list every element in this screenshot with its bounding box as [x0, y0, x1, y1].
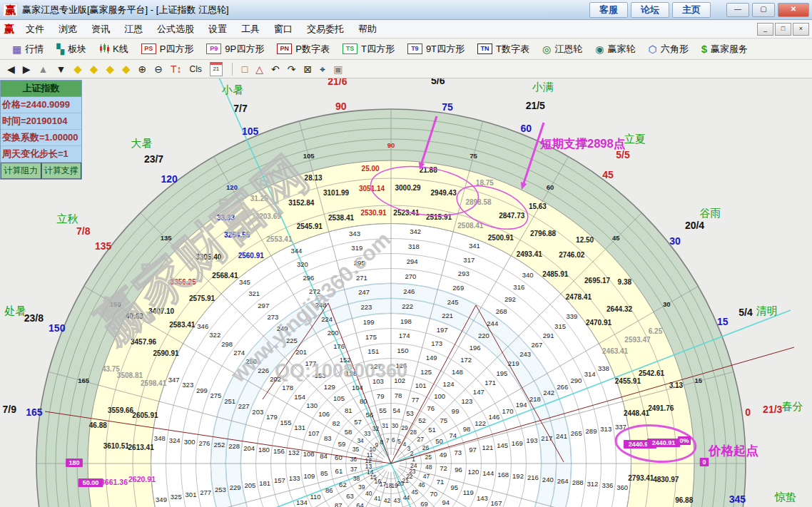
toolbar-hexagon[interactable]: ⬡ 六角形 [641, 43, 694, 56]
restore-button[interactable]: ▢ [752, 3, 775, 17]
menu-window[interactable]: 窗口 [267, 21, 300, 37]
menu-help[interactable]: 帮助 [351, 21, 384, 37]
svg-text:171: 171 [484, 379, 496, 386]
prev-arrow-icon[interactable]: ◀ [7, 62, 15, 76]
minimize-button[interactable]: — [726, 3, 749, 17]
svg-text:223: 223 [360, 303, 372, 311]
toolbar-9p-square[interactable]: P9 9P四方形 [200, 43, 270, 56]
toolbar-winner-wheel[interactable]: ◉ 赢家轮 [589, 43, 641, 56]
diamond-right-icon[interactable]: ◆ [90, 62, 98, 76]
svg-text:惊蛰: 惊蛰 [774, 491, 796, 503]
flag-down-icon[interactable]: ▼ [56, 62, 66, 76]
rotate-ccw-icon[interactable]: ↶ [271, 62, 280, 76]
toolbar-kline[interactable]: K线 [93, 43, 135, 56]
svg-text:7/7: 7/7 [233, 103, 248, 114]
zoom-in-icon[interactable]: ⊕ [138, 62, 146, 76]
triangle-tool-icon[interactable]: △ [255, 62, 263, 76]
toolbar-sectors[interactable]: ▚ 板块 [50, 43, 93, 56]
svg-text:21/5: 21/5 [526, 100, 545, 111]
mdi-minimize-button[interactable]: _ [757, 23, 773, 36]
toolbar-winner-service[interactable]: $ 赢家服务 [695, 43, 754, 56]
menu-settings[interactable]: 设置 [201, 21, 234, 37]
clear-tool-icon[interactable]: ▣ [333, 62, 342, 76]
flag-up-icon[interactable]: ▲ [39, 62, 49, 76]
menu-gann[interactable]: 江恩 [117, 21, 150, 37]
diamond-down-icon[interactable]: ◆ [122, 62, 131, 76]
svg-text:33: 33 [364, 430, 371, 437]
forum-button[interactable]: 论坛 [631, 2, 669, 18]
svg-text:2695.17: 2695.17 [584, 277, 611, 285]
svg-text:3661.36: 3661.36 [101, 478, 128, 486]
mdi-restore-button[interactable]: □ [775, 23, 791, 36]
svg-text:181: 181 [259, 479, 270, 487]
homepage-button[interactable]: 主页 [672, 2, 711, 18]
svg-text:266: 266 [557, 383, 568, 391]
close-button[interactable]: ✕ [778, 3, 809, 17]
toolbar-quotes[interactable]: ▦ 行情 [6, 43, 50, 56]
svg-text:218: 218 [529, 395, 541, 403]
toolbar-item-label: P四方形 [160, 43, 194, 56]
svg-text:315: 315 [554, 322, 566, 330]
svg-text:处暑: 处暑 [4, 304, 26, 317]
svg-text:7/9: 7/9 [3, 404, 17, 415]
svg-text:81: 81 [345, 406, 352, 414]
svg-text:119: 119 [463, 488, 474, 496]
toolbar-p-table[interactable]: PN P数字表 [270, 43, 336, 56]
svg-text:191: 191 [504, 505, 516, 507]
svg-text:31: 31 [382, 422, 389, 429]
svg-text:125: 125 [420, 368, 432, 376]
gann-wheel-canvas[interactable]: 1234567891011121314151617181920212223242… [0, 78, 812, 507]
menu-formula-stock-pick[interactable]: 公式选股 [150, 21, 201, 37]
menu-trade[interactable]: 交易委托 [300, 21, 351, 37]
rotate-cw-icon[interactable]: ↷ [288, 62, 296, 76]
svg-text:2542.61: 2542.61 [639, 369, 665, 377]
zoom-out-icon[interactable]: ⊖ [154, 62, 163, 76]
svg-text:98: 98 [463, 425, 471, 433]
toolbar-t-square[interactable]: TS T四方形 [336, 43, 401, 56]
svg-text:2590.91: 2590.91 [153, 349, 179, 357]
toolbar-t-table[interactable]: TN T数字表 [471, 43, 536, 56]
mdi-close-button[interactable]: × [793, 23, 809, 36]
svg-text:2545.91: 2545.91 [297, 222, 323, 230]
next-arrow-icon[interactable]: ▶ [23, 62, 31, 76]
svg-text:15: 15 [717, 316, 729, 327]
menu-tools[interactable]: 工具 [234, 21, 267, 37]
calc-resistance-button[interactable]: 计算阻力 [1, 163, 41, 179]
svg-text:清明: 清明 [756, 304, 778, 317]
time-shift-icon[interactable]: T↕ [171, 62, 182, 76]
svg-text:0%: 0% [679, 437, 689, 444]
menu-file[interactable]: 文件 [19, 21, 51, 37]
calendar-icon[interactable]: 21 [210, 62, 223, 76]
svg-text:240: 240 [542, 476, 554, 483]
rect-tool-icon[interactable]: □ [242, 62, 248, 76]
conversion-factor-field: 变换系数=1.00000 [1, 130, 81, 146]
svg-text:168: 168 [497, 471, 509, 478]
svg-text:3.13: 3.13 [669, 381, 684, 389]
svg-text:227: 227 [238, 402, 250, 410]
diamond-up-icon[interactable]: ◆ [106, 62, 114, 76]
toolbar-p-square[interactable]: PS P四方形 [135, 43, 201, 56]
center-mark-icon[interactable]: ⌖ [320, 62, 325, 76]
svg-text:221: 221 [442, 312, 453, 319]
calc-support-button[interactable]: 计算支撑 [41, 163, 82, 179]
svg-text:264: 264 [557, 477, 569, 485]
diamond-left-icon[interactable]: ◆ [73, 62, 82, 76]
svg-text:45: 45 [612, 234, 620, 242]
delete-box-icon[interactable]: ⊠ [304, 62, 313, 76]
menu-news[interactable]: 资讯 [84, 21, 117, 37]
svg-text:121: 121 [482, 444, 493, 451]
titlebar: 赢 赢家江恩专业版[赢家服务平台] - [上证指数 江恩轮] 客服 论坛 主页 … [0, 0, 812, 20]
svg-text:82: 82 [333, 419, 340, 427]
svg-text:57: 57 [354, 418, 362, 426]
menu-browse[interactable]: 浏览 [51, 21, 84, 37]
svg-text:63: 63 [346, 492, 354, 500]
svg-text:150: 150 [49, 322, 66, 334]
customer-service-button[interactable]: 客服 [589, 2, 628, 18]
toolbar-item-label: 六角形 [661, 43, 689, 56]
toolbar-gann-wheel[interactable]: ◎ 江恩轮 [536, 43, 589, 56]
svg-text:56: 56 [366, 411, 374, 419]
svg-text:104: 104 [352, 384, 363, 391]
toolbar-9t-square[interactable]: T9 9T四方形 [401, 43, 471, 56]
svg-text:2620.91: 2620.91 [128, 475, 156, 483]
cls-button[interactable]: Cls [190, 62, 202, 76]
